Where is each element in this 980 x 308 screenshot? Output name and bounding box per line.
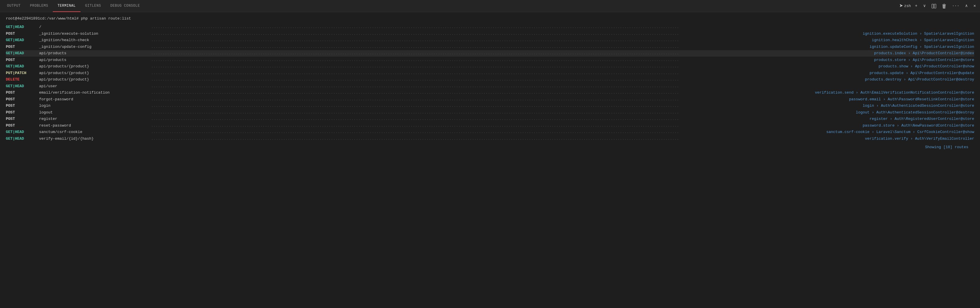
route-uri: api/products <box>39 51 150 56</box>
route-row: POST _ignition/update-config ...........… <box>6 43 974 50</box>
route-uri: / <box>39 24 150 30</box>
route-method: POST <box>6 57 41 63</box>
shell-name: zsh <box>904 3 911 9</box>
route-dots: ........................................… <box>151 24 798 30</box>
chevron-down-icon[interactable]: ∨ <box>921 2 927 10</box>
close-panel-button[interactable]: ✕ <box>972 2 978 10</box>
tab-bar: OUTPUT PROBLEMS TERMINAL GITLENS DEBUG C… <box>0 0 980 12</box>
route-uri: _ignition/execute-solution <box>39 31 150 37</box>
terminal-body: root@4e22941891cd:/var/www/html# php art… <box>0 12 980 308</box>
route-action: register › Auth\RegisteredUserController… <box>799 116 974 122</box>
route-dots: ........................................… <box>151 123 798 129</box>
route-row: POST logout ............................… <box>6 109 974 116</box>
route-method: GET|HEAD <box>6 37 41 43</box>
route-uri: email/verification-notification <box>39 90 150 96</box>
add-terminal-button[interactable]: + <box>913 2 919 10</box>
route-uri: login <box>39 103 150 109</box>
route-action: products.update › Api\ProductController@… <box>799 70 974 76</box>
shell-label: ⮞ zsh <box>899 3 911 9</box>
route-dots: ........................................… <box>151 31 798 37</box>
tab-output[interactable]: OUTPUT <box>2 0 25 12</box>
route-method: POST <box>6 44 41 50</box>
route-action: products.show › Api\ProductController@sh… <box>799 64 974 70</box>
ellipsis-icon[interactable]: ··· <box>950 2 961 10</box>
route-dots: ........................................… <box>151 116 798 122</box>
route-dots: ........................................… <box>151 97 798 102</box>
route-method: PUT|PATCH <box>6 70 41 76</box>
route-method: GET|HEAD <box>6 136 41 142</box>
route-dots: ........................................… <box>151 90 798 96</box>
route-method: POST <box>6 123 41 129</box>
route-method: DELETE <box>6 77 41 83</box>
route-row: POST _ignition/execute-solution ........… <box>6 30 974 37</box>
route-method: GET|HEAD <box>6 51 41 56</box>
route-row: GET|HEAD / .............................… <box>6 24 974 31</box>
tab-bar-right: ⮞ zsh + ∨ ··· ∧ ✕ <box>899 2 978 10</box>
route-dots: ........................................… <box>151 129 798 135</box>
route-uri: api/products <box>39 57 150 63</box>
route-row: DELETE api/products/{product} ..........… <box>6 76 974 83</box>
route-dots: ........................................… <box>151 57 798 63</box>
route-dots: ........................................… <box>151 103 798 109</box>
route-method: POST <box>6 103 41 109</box>
route-row: GET|HEAD _ignition/health-check ........… <box>6 37 974 44</box>
route-method: GET|HEAD <box>6 24 41 30</box>
route-row: GET|HEAD api/products ..................… <box>6 50 974 57</box>
tab-problems[interactable]: PROBLEMS <box>25 0 53 12</box>
route-action: logout › Auth\AuthenticatedSessionContro… <box>799 110 974 116</box>
routes-count: Showing [18] routes <box>925 145 968 149</box>
svg-rect-0 <box>932 4 934 8</box>
trash-icon[interactable] <box>940 3 948 9</box>
route-uri: _ignition/health-check <box>39 37 150 43</box>
route-method: POST <box>6 90 41 96</box>
route-row: POST register ..........................… <box>6 116 974 122</box>
tab-terminal[interactable]: TERMINAL <box>53 0 80 12</box>
route-method: GET|HEAD <box>6 129 41 135</box>
route-row: POST forgot-password ...................… <box>6 96 974 103</box>
split-terminal-button[interactable] <box>930 3 938 9</box>
route-action: password.email › Auth\PasswordResetLinkC… <box>799 97 974 102</box>
route-dots: ........................................… <box>151 51 798 56</box>
route-dots: ........................................… <box>151 70 798 76</box>
prompt-text: root@4e22941891cd:/var/www/html# <box>6 16 79 21</box>
route-row: POST login .............................… <box>6 103 974 110</box>
terminal-container: OUTPUT PROBLEMS TERMINAL GITLENS DEBUG C… <box>0 0 980 308</box>
footer-line: Showing [18] routes <box>6 142 974 152</box>
route-dots: ........................................… <box>151 136 798 142</box>
svg-rect-1 <box>934 4 936 8</box>
chevron-up-icon[interactable]: ∧ <box>963 2 969 10</box>
route-action: products.store › Api\ProductController@s… <box>799 57 974 63</box>
route-dots: ........................................… <box>151 83 798 89</box>
route-row: GET|HEAD verify-email/{id}/{hash} ......… <box>6 135 974 142</box>
route-dots: ........................................… <box>151 64 798 70</box>
route-uri: api/products/{product} <box>39 64 150 70</box>
routes-container: GET|HEAD / .............................… <box>6 24 974 142</box>
route-uri: api/products/{product} <box>39 70 150 76</box>
terminal-icon: ⮞ <box>899 3 903 9</box>
tab-debug-console[interactable]: DEBUG CONSOLE <box>106 0 145 12</box>
route-uri: register <box>39 116 150 122</box>
route-action: ignition.executeSolution › Spatie\Larave… <box>799 31 974 37</box>
route-row: PUT|PATCH api/products/{product} .......… <box>6 70 974 76</box>
route-dots: ........................................… <box>151 37 798 43</box>
route-dots: ........................................… <box>151 44 798 50</box>
route-dots: ........................................… <box>151 110 798 116</box>
tab-gitlens[interactable]: GITLENS <box>81 0 106 12</box>
route-action: verification.send › Auth\EmailVerificati… <box>799 90 974 96</box>
route-method: GET|HEAD <box>6 83 41 89</box>
command-text: php artisan route:list <box>81 16 131 21</box>
route-method: POST <box>6 97 41 102</box>
route-uri: _ignition/update-config <box>39 44 150 50</box>
route-uri: api/products/{product} <box>39 77 150 83</box>
route-uri: forgot-password <box>39 97 150 102</box>
route-dots: ........................................… <box>151 77 798 83</box>
route-row: GET|HEAD api/user ......................… <box>6 83 974 89</box>
route-method: POST <box>6 31 41 37</box>
route-action: products.destroy › Api\ProductController… <box>799 77 974 83</box>
route-method: POST <box>6 110 41 116</box>
route-action: login › Auth\AuthenticatedSessionControl… <box>799 103 974 109</box>
route-action: products.index › Api\ProductController@i… <box>799 51 974 56</box>
route-row: POST email/verification-notification ...… <box>6 89 974 96</box>
route-row: GET|HEAD api/products/{product} ........… <box>6 63 974 70</box>
prompt-line: root@4e22941891cd:/var/www/html# php art… <box>6 16 974 22</box>
